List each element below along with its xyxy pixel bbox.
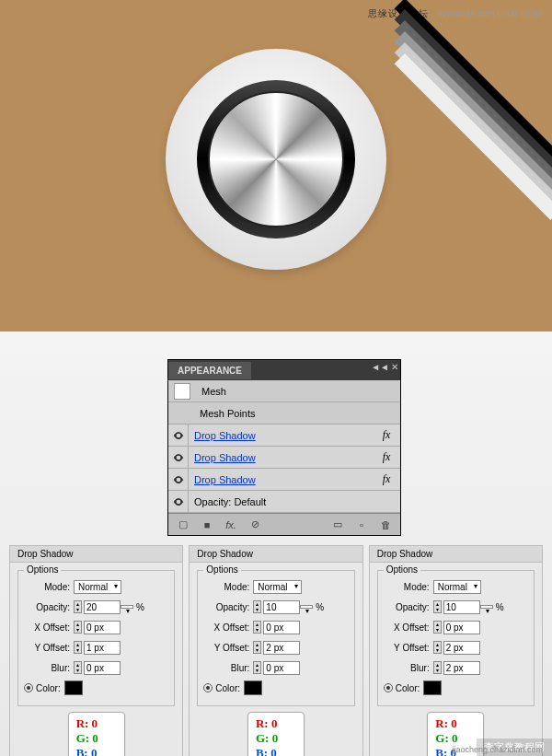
- trash-icon[interactable]: 🗑: [376, 518, 395, 532]
- blur-input[interactable]: 2 px: [443, 661, 480, 675]
- yoffset-stepper[interactable]: ▴▾: [74, 641, 82, 654]
- mesh-points-label: Mesh Points: [194, 408, 400, 419]
- rgb-g: G: 0: [256, 731, 296, 746]
- options-label: Options: [384, 564, 420, 575]
- opacity-dropdown[interactable]: [300, 605, 313, 609]
- yoffset-stepper[interactable]: ▴▾: [253, 641, 261, 654]
- xoffset-input[interactable]: 0 px: [263, 621, 300, 634]
- color-radio[interactable]: [384, 683, 393, 692]
- rgb-values: R: 0 G: 0 B: 0: [68, 712, 125, 756]
- opacity-label: Opacity:: [384, 602, 430, 612]
- panel-tab-bar: APPEARANCE ◄◄ ✕: [168, 360, 400, 380]
- color-radio[interactable]: [24, 683, 33, 692]
- yoffset-label: Y Offset:: [24, 643, 70, 653]
- new-icon[interactable]: ▫: [352, 518, 371, 532]
- color-swatch[interactable]: [423, 680, 442, 695]
- opacity-stepper[interactable]: ▴▾: [253, 600, 261, 613]
- fx-icon[interactable]: fx: [373, 428, 400, 442]
- visibility-icon[interactable]: [168, 491, 189, 512]
- color-label: Color:: [215, 683, 240, 693]
- visibility-icon[interactable]: [168, 447, 189, 468]
- drop-shadow-row-3[interactable]: Drop Shadow fx: [168, 469, 400, 491]
- panel-body: Mesh Mesh Points Drop Shadow fx Drop Sha…: [168, 380, 400, 513]
- opacity-input[interactable]: 20: [84, 600, 121, 614]
- opacity-dropdown[interactable]: [480, 605, 493, 609]
- yoffset-label: Y Offset:: [384, 643, 430, 653]
- rgb-r: R: 0: [256, 716, 296, 731]
- drop-shadow-dialogs: Drop Shadow Options Mode: Normal Opacity…: [9, 545, 543, 756]
- panels-area: APPEARANCE ◄◄ ✕ Mesh Mesh Points Drop Sh…: [0, 331, 552, 756]
- opacity-stepper[interactable]: ▴▾: [433, 600, 442, 613]
- opacity-input[interactable]: 10: [443, 600, 480, 614]
- collapse-icon[interactable]: ◄◄: [371, 362, 389, 372]
- drop-shadow-dialog-1: Drop Shadow Options Mode: Normal Opacity…: [9, 545, 183, 756]
- mode-select[interactable]: Normal: [253, 580, 301, 594]
- rgb-b: B: 0: [256, 746, 296, 756]
- blur-stepper[interactable]: ▴▾: [74, 661, 82, 674]
- opacity-label: Opacity:: [24, 602, 70, 612]
- artwork-canvas: 思缘设计论坛 WWW.MISSYUAN.COM: [0, 0, 552, 331]
- fx-icon[interactable]: fx: [373, 472, 400, 486]
- mode-label: Mode:: [24, 582, 70, 592]
- mesh-row[interactable]: Mesh: [168, 380, 400, 402]
- clear-icon[interactable]: ⊘: [246, 518, 264, 532]
- fx-button[interactable]: fx.: [222, 518, 240, 532]
- no-fill-icon[interactable]: ▢: [174, 518, 192, 532]
- appearance-tab[interactable]: APPEARANCE: [168, 362, 251, 379]
- yoffset-input[interactable]: 1 px: [84, 641, 121, 655]
- blur-label: Blur:: [384, 663, 430, 673]
- blur-stepper[interactable]: ▴▾: [253, 661, 261, 674]
- corner-decoration: [423, 0, 552, 129]
- duplicate-icon[interactable]: ▭: [328, 518, 347, 532]
- yoffset-label: Y Offset:: [203, 643, 249, 653]
- percent-unit: %: [496, 602, 504, 612]
- mode-select[interactable]: Normal: [74, 580, 121, 594]
- opacity-row[interactable]: Opacity: Default: [168, 491, 400, 513]
- rgb-g: G: 0: [435, 731, 476, 746]
- opacity-dropdown[interactable]: [121, 605, 133, 609]
- visibility-icon[interactable]: [168, 469, 189, 490]
- mode-label: Mode:: [384, 582, 430, 592]
- color-label: Color:: [396, 683, 420, 693]
- opacity-input[interactable]: 10: [263, 600, 300, 614]
- dialog-title: Drop Shadow: [370, 546, 542, 563]
- opacity-label: Opacity: Default: [189, 496, 400, 507]
- xoffset-stepper[interactable]: ▴▾: [74, 621, 82, 634]
- blur-input[interactable]: 0 px: [263, 661, 300, 675]
- xoffset-stepper[interactable]: ▴▾: [433, 621, 442, 634]
- blur-label: Blur:: [24, 663, 70, 673]
- options-label: Options: [24, 564, 61, 575]
- drop-shadow-link[interactable]: Drop Shadow: [189, 430, 373, 441]
- mode-select[interactable]: Normal: [433, 580, 481, 594]
- dial-artwork: [166, 49, 386, 270]
- fx-icon[interactable]: fx: [373, 450, 400, 464]
- drop-shadow-row-2[interactable]: Drop Shadow fx: [168, 447, 400, 469]
- drop-shadow-row-1[interactable]: Drop Shadow fx: [168, 425, 400, 447]
- yoffset-stepper[interactable]: ▴▾: [433, 641, 442, 654]
- xoffset-label: X Offset:: [384, 622, 430, 633]
- yoffset-input[interactable]: 2 px: [443, 641, 480, 655]
- opacity-label: Opacity:: [203, 602, 249, 612]
- mesh-points-row[interactable]: Mesh Points: [168, 402, 400, 425]
- dialog-title: Drop Shadow: [10, 546, 182, 563]
- options-label: Options: [203, 564, 240, 575]
- close-icon[interactable]: ✕: [391, 362, 398, 372]
- blur-stepper[interactable]: ▴▾: [433, 661, 442, 674]
- drop-shadow-dialog-3: Drop Shadow Options Mode: Normal Opacity…: [369, 545, 543, 756]
- xoffset-label: X Offset:: [24, 622, 70, 633]
- color-radio[interactable]: [203, 683, 213, 692]
- stroke-icon[interactable]: ■: [198, 518, 216, 532]
- visibility-icon[interactable]: [168, 425, 189, 446]
- xoffset-stepper[interactable]: ▴▾: [253, 621, 261, 634]
- xoffset-input[interactable]: 0 px: [84, 621, 121, 634]
- mesh-swatch[interactable]: [174, 383, 190, 400]
- blur-input[interactable]: 0 px: [84, 661, 121, 675]
- drop-shadow-link[interactable]: Drop Shadow: [189, 474, 373, 485]
- yoffset-input[interactable]: 2 px: [263, 641, 300, 655]
- drop-shadow-link[interactable]: Drop Shadow: [189, 452, 373, 463]
- color-swatch[interactable]: [64, 680, 83, 695]
- opacity-stepper[interactable]: ▴▾: [74, 600, 82, 613]
- xoffset-input[interactable]: 0 px: [443, 621, 480, 634]
- color-swatch[interactable]: [244, 680, 262, 695]
- panel-footer: ▢ ■ fx. ⊘ ▭ ▫ 🗑: [168, 513, 400, 535]
